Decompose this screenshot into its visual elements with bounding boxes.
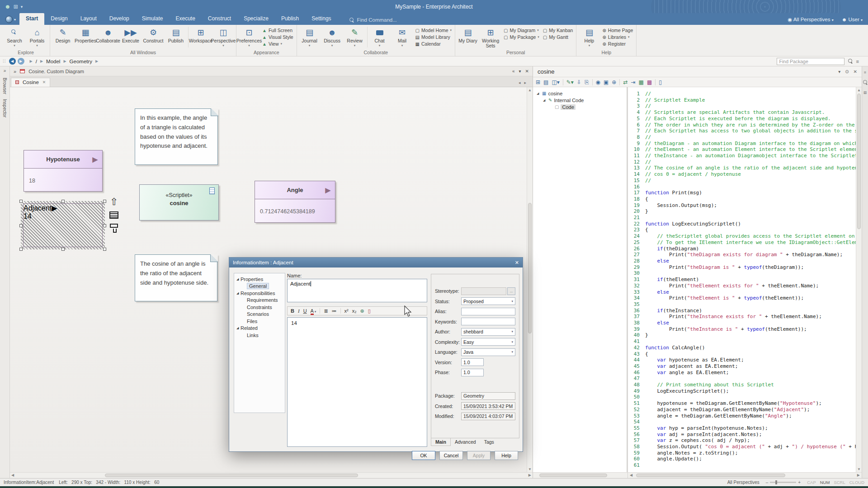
resize-handle[interactable] bbox=[19, 200, 23, 203]
browse-button[interactable]: ... bbox=[507, 287, 515, 295]
scroll-down-icon[interactable]: ▼ bbox=[527, 467, 533, 471]
cancel-button[interactable]: Cancel bbox=[439, 451, 463, 460]
dialog-tree-item-constraints[interactable]: Constraints bbox=[234, 304, 285, 311]
code-toolbar-icon[interactable]: ◫▾ bbox=[552, 79, 559, 85]
scrollbar-thumb[interactable] bbox=[528, 203, 532, 334]
ribbon-button-preferences[interactable]: ⊡Preferences▾ bbox=[238, 25, 260, 49]
underline-icon[interactable]: U bbox=[303, 308, 307, 314]
code-text[interactable]: //// Scriptlet Example//// Scriptlets ar… bbox=[642, 87, 856, 472]
code-toolbar-icon[interactable]: ▤ bbox=[543, 79, 548, 85]
dock-window-icon[interactable]: ⊞ bbox=[863, 90, 867, 95]
ribbon-button-my-diagram[interactable]: ▢My Diagram▾ bbox=[504, 28, 539, 33]
resize-handle[interactable] bbox=[61, 248, 65, 251]
presence-icon[interactable]: ☻ bbox=[5, 3, 11, 10]
canvas-horizontal-scrollbar[interactable]: ◀ ▶ bbox=[10, 472, 533, 478]
ribbon-button-design[interactable]: ✎Design bbox=[52, 25, 74, 49]
zoom-slider-knob[interactable] bbox=[775, 480, 777, 484]
ribbon-button-my-package[interactable]: ▢My Package▾ bbox=[504, 34, 539, 40]
ribbon-button-full-screen[interactable]: ▲Full Screen bbox=[262, 28, 293, 33]
dialog-titlebar[interactable]: InformationItem : Adjacent ✕ bbox=[229, 258, 523, 267]
code-tree-item-internal-code[interactable]: ◢✎Internal Code bbox=[535, 97, 625, 103]
element-adjacent-selection[interactable]: Adjacent▶ 14 bbox=[21, 201, 105, 249]
code-toolbar-icon[interactable]: ▩ bbox=[647, 79, 652, 85]
resize-handle[interactable] bbox=[103, 200, 106, 203]
ribbon-button-construct[interactable]: ⚙Construct bbox=[142, 25, 165, 49]
ribbon-button-portals[interactable]: ⌂Portals▾ bbox=[26, 25, 48, 49]
code-toolbar-icon[interactable]: ⊞ bbox=[536, 79, 540, 85]
font-color-icon[interactable]: A ▾ bbox=[311, 308, 316, 314]
ribbon-button-libraries[interactable]: ⊛Libraries▾ bbox=[602, 34, 633, 40]
scrollbar-thumb[interactable] bbox=[105, 474, 358, 477]
ribbon-button-model-library[interactable]: ▤Model Library bbox=[415, 34, 452, 40]
dialog-tab-tags[interactable]: Tags bbox=[480, 438, 498, 446]
ribbon-button-mail[interactable]: ✉Mail▾ bbox=[391, 25, 414, 49]
element-adjacent[interactable]: Adjacent▶ 14 bbox=[23, 203, 103, 247]
keywords-field[interactable] bbox=[461, 318, 515, 325]
ribbon-button-review[interactable]: ✎Review▾ bbox=[344, 25, 366, 49]
nav-back-button[interactable]: ◀ bbox=[9, 58, 16, 65]
expand-chevron-icon[interactable]: » bbox=[4, 68, 6, 73]
name-field[interactable]: Adjacent bbox=[287, 279, 427, 302]
note-element-2[interactable]: The cosine of an angle is the ratio of t… bbox=[135, 254, 217, 301]
code-tree-item-cosine[interactable]: ◢▦cosine bbox=[535, 90, 625, 97]
dialog-tab-main[interactable]: Main bbox=[431, 438, 451, 446]
ok-button[interactable]: OK bbox=[412, 451, 435, 460]
tree-expander-icon[interactable]: ◢ bbox=[543, 99, 547, 102]
statusbar-perspective[interactable]: All Perspectives bbox=[727, 480, 760, 485]
bold-icon[interactable]: B bbox=[291, 308, 294, 314]
dialog-tree-item-properties[interactable]: ◢Properties bbox=[234, 276, 285, 283]
panel-chevron-down-icon[interactable]: ▾ bbox=[838, 69, 840, 74]
note-element-1[interactable]: In this example, the angle of a triangle… bbox=[135, 108, 218, 165]
numbered-list-icon[interactable]: ≔ bbox=[332, 308, 337, 314]
ribbon-button-view[interactable]: ▲View▾ bbox=[262, 41, 293, 47]
ribbon-button-journal[interactable]: ▤Journal▾ bbox=[298, 25, 321, 49]
ribbon-button-register[interactable]: ⊛Register bbox=[602, 41, 633, 47]
find-package-input[interactable]: Find Package bbox=[777, 58, 844, 65]
code-toolbar-icon[interactable]: ▣ bbox=[604, 79, 609, 85]
code-toolbar-icon[interactable]: ⇥ bbox=[631, 79, 635, 85]
status-dropdown[interactable]: Proposed▾ bbox=[461, 297, 515, 305]
hyperlink-globe-icon[interactable]: ⊕ bbox=[360, 308, 364, 314]
author-dropdown[interactable]: shebbard▾ bbox=[461, 328, 515, 336]
ribbon-button-help[interactable]: ▤Help▾ bbox=[578, 25, 600, 49]
ribbon-tab-specialize[interactable]: Specialize bbox=[237, 13, 275, 25]
tab-scroll-left-icon[interactable]: ◂ bbox=[519, 80, 521, 85]
ribbon-button-model-home[interactable]: ▢Model Home▾ bbox=[415, 28, 452, 33]
element-angle[interactable]: Angle▶ 0.7124746245384189 bbox=[255, 181, 335, 223]
language-dropdown[interactable]: Java▾ bbox=[461, 348, 515, 356]
dropdown-caret-icon[interactable]: ▾ bbox=[511, 330, 513, 333]
code-toolbar-icon[interactable]: ◉ bbox=[596, 79, 600, 85]
zoom-slider[interactable]: –+ bbox=[766, 480, 801, 485]
tab-cosine[interactable]: Cosine ✕ bbox=[11, 78, 50, 87]
scroll-left-icon[interactable]: ◀ bbox=[630, 473, 632, 477]
chevron-icon[interactable]: » bbox=[14, 69, 16, 74]
ribbon-button-working-sets[interactable]: ⊞Working Sets bbox=[479, 25, 502, 49]
dialog-tree-item-links[interactable]: Links bbox=[234, 332, 285, 339]
resize-handle[interactable] bbox=[103, 248, 106, 251]
ribbon-tab-start[interactable]: Start bbox=[19, 13, 44, 25]
ribbon-tab-simulate[interactable]: Simulate bbox=[136, 13, 170, 25]
element-hypotenuse[interactable]: Hypotenuse▶ 18 bbox=[24, 150, 103, 192]
panel-close-icon[interactable]: ✕ bbox=[854, 69, 857, 74]
dialog-tree-item-scenarios[interactable]: Scenarios bbox=[234, 311, 285, 318]
dock-search-icon[interactable] bbox=[863, 80, 867, 85]
code-toolbar-icon[interactable]: ▦ bbox=[639, 79, 644, 85]
dialog-tree-item-general[interactable]: General bbox=[234, 283, 285, 290]
resize-handle[interactable] bbox=[19, 248, 23, 251]
ribbon-button-my-gantt[interactable]: ▢My Gantt bbox=[543, 34, 573, 40]
scroll-left-icon[interactable]: ◀ bbox=[11, 473, 14, 477]
code-tree-item-code[interactable]: ▢Code bbox=[535, 103, 625, 110]
ribbon-tab-construct[interactable]: Construct bbox=[202, 13, 237, 25]
panel-pin-icon[interactable]: ⊙ bbox=[845, 69, 849, 74]
code-toolbar-icon[interactable]: ✎▾ bbox=[566, 79, 574, 85]
ribbon-button-execute[interactable]: ▶▶Execute bbox=[119, 25, 142, 49]
find-command[interactable]: Find Command... bbox=[349, 17, 397, 23]
chevron-down-icon[interactable]: ▾ bbox=[519, 69, 521, 74]
version-field[interactable]: 1.0 bbox=[461, 358, 484, 366]
ribbon-tab-design[interactable]: Design bbox=[44, 13, 74, 25]
breadcrumb-item[interactable]: / bbox=[36, 59, 37, 64]
dialog-tab-advanced[interactable]: Advanced bbox=[451, 438, 480, 446]
ribbon-button-properties[interactable]: ▦Properties bbox=[74, 25, 97, 49]
scrollbar-thumb[interactable] bbox=[539, 474, 607, 477]
ribbon-button-home-page[interactable]: ⊛Home Page bbox=[602, 28, 633, 33]
